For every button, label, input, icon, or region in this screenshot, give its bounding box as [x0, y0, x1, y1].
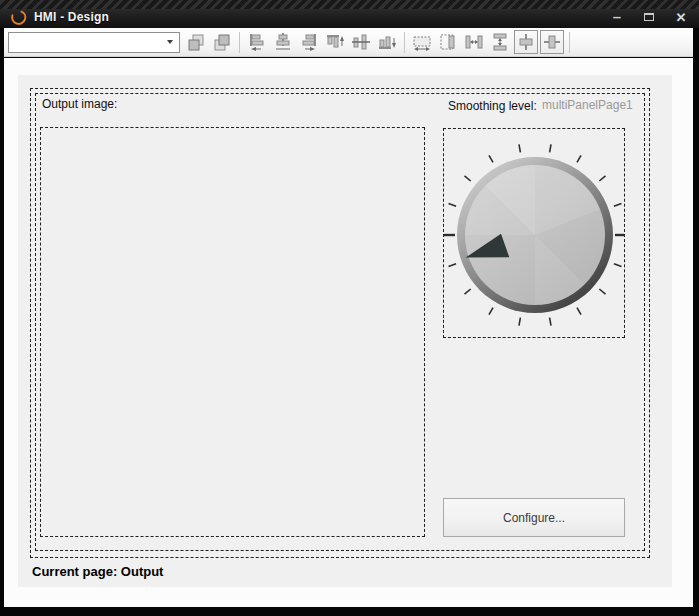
current-page-status: Current page: Output [32, 564, 163, 579]
app-window: HMI - Design – ✕ Output image: Smoothing… [0, 0, 699, 616]
toolbar-separator [404, 32, 405, 53]
bring-to-front-icon[interactable] [184, 30, 208, 54]
window-title: HMI - Design [34, 10, 109, 24]
send-to-back-icon[interactable] [210, 30, 234, 54]
align-bottoms-icon[interactable] [375, 30, 399, 54]
make-same-size-icon[interactable] [436, 30, 460, 54]
align-rights-icon[interactable] [297, 30, 321, 54]
align-centers-icon[interactable] [271, 30, 295, 54]
toolbar-separator [569, 32, 570, 53]
toolbar [4, 28, 693, 57]
center-vertically-icon[interactable] [540, 30, 564, 54]
app-logo-icon [10, 9, 27, 26]
close-icon[interactable]: ✕ [673, 9, 689, 25]
make-vertical-spacing-equal-icon[interactable] [488, 30, 512, 54]
smoothing-knob[interactable] [443, 128, 625, 338]
configure-button[interactable]: Configure... [443, 498, 625, 537]
output-image-box[interactable] [40, 127, 425, 537]
panel-name-label: multiPanelPage1 [542, 98, 633, 112]
toolbar-buttons [184, 28, 573, 56]
maximize-icon[interactable] [641, 9, 657, 25]
center-horizontally-icon[interactable] [514, 30, 538, 54]
design-surface: Output image: Smoothing level: multiPane… [18, 75, 672, 587]
chevron-down-icon [167, 40, 173, 44]
align-lefts-icon[interactable] [245, 30, 269, 54]
toolbar-separator [239, 32, 240, 53]
align-tops-icon[interactable] [323, 30, 347, 54]
smoothing-level-label: Smoothing level: [448, 99, 537, 113]
make-same-width-icon[interactable] [410, 30, 434, 54]
minimize-icon[interactable]: – [609, 9, 625, 25]
make-horizontal-spacing-equal-icon[interactable] [462, 30, 486, 54]
title-bar: HMI - Design – ✕ [0, 0, 699, 28]
designer-canvas: Output image: Smoothing level: multiPane… [4, 58, 693, 607]
output-image-label: Output image: [42, 97, 117, 111]
align-middles-icon[interactable] [349, 30, 373, 54]
component-combobox[interactable] [8, 32, 180, 53]
